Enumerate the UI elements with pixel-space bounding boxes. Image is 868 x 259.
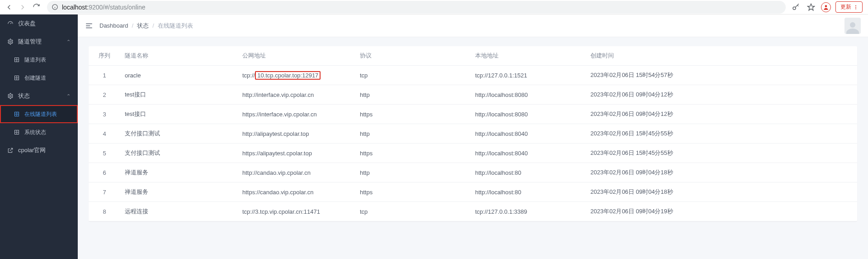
breadcrumb-item[interactable]: Dashboard: [99, 22, 128, 29]
svg-point-3: [793, 7, 796, 10]
back-button[interactable]: [3, 1, 15, 14]
chevron-up-icon: ⌃: [66, 39, 71, 45]
sidebar-item-tunnel-create[interactable]: 创建隧道: [0, 69, 78, 87]
sidebar-item-official-site[interactable]: cpolar官网: [0, 141, 78, 159]
address-bar[interactable]: localhost:9200/#/status/online: [47, 1, 786, 14]
url-path: /#/status/online: [103, 4, 145, 11]
cell-idx: 4: [89, 124, 120, 144]
site-info-icon[interactable]: [52, 4, 58, 10]
table-row: 7禅道服务https://candao.vip.cpolar.cnhttpsht…: [89, 182, 857, 202]
url-port: 9200: [89, 4, 103, 11]
svg-point-7: [855, 7, 856, 8]
cell-local-url[interactable]: http://localhost:8040: [471, 124, 586, 144]
cell-local-url[interactable]: tcp://127.0.0.1:1521: [471, 66, 586, 85]
cell-time: 2023年02月06日 09时04分18秒: [586, 182, 857, 202]
sidebar-item-label: 状态: [18, 92, 62, 100]
cell-local-url[interactable]: http://localhost:8040: [471, 144, 586, 163]
avatar[interactable]: [844, 18, 861, 34]
app-shell: 仪表盘 隧道管理 ⌃ 隧道列表 创建隧道 状态 ⌃: [0, 14, 868, 259]
cell-public-url[interactable]: http://candao.vip.cpolar.cn: [238, 163, 355, 182]
cell-idx: 3: [89, 105, 120, 124]
gear-icon: [7, 38, 14, 45]
sidebar-item-label: cpolar官网: [18, 146, 71, 154]
cell-local-url[interactable]: http://localhost:8080: [471, 85, 586, 105]
cell-name: 支付接口测试: [120, 144, 238, 163]
cell-local-url[interactable]: http://localhost:80: [471, 163, 586, 182]
sidebar-item-label: 创建隧道: [24, 74, 46, 82]
breadcrumb-item[interactable]: 状态: [137, 22, 149, 30]
grid-icon: [14, 57, 20, 62]
cell-name: test接口: [120, 85, 238, 105]
url-text: localhost:9200/#/status/online: [62, 4, 145, 11]
cell-time: 2023年02月06日 15时45分55秒: [586, 144, 857, 163]
sidebar-item-tunnel-list[interactable]: 隧道列表: [0, 51, 78, 69]
cell-idx: 5: [89, 144, 120, 163]
cell-local-url[interactable]: tcp://127.0.0.1:3389: [471, 202, 586, 221]
reload-button[interactable]: [30, 1, 42, 14]
breadcrumb-sep: /: [152, 22, 154, 29]
table-row: 1oracletcp://10.tcp.cpolar.top:12917tcpt…: [89, 66, 857, 85]
table-row: 2test接口http://interface.vip.cpolar.cnhtt…: [89, 85, 857, 105]
cell-idx: 8: [89, 202, 120, 221]
breadcrumb-sep: /: [132, 22, 134, 29]
cell-public-url[interactable]: http://interface.vip.cpolar.cn: [238, 85, 355, 105]
cell-public-url[interactable]: http://alipaytest.cpolar.top: [238, 124, 355, 144]
external-link-icon: [7, 147, 14, 153]
cell-idx: 7: [89, 182, 120, 202]
cell-name: test接口: [120, 105, 238, 124]
cell-public-url[interactable]: tcp://3.tcp.vip.cpolar.cn:11471: [238, 202, 355, 221]
cell-local-url[interactable]: http://localhost:80: [471, 182, 586, 202]
sidebar-item-status-online[interactable]: 在线隧道列表: [0, 105, 78, 123]
profile-avatar-icon[interactable]: [821, 2, 831, 12]
key-icon[interactable]: [790, 2, 801, 13]
svg-point-6: [855, 5, 856, 6]
cell-proto: tcp: [355, 202, 471, 221]
breadcrumb: Dashboard / 状态 / 在线隧道列表: [99, 22, 193, 30]
sidebar-item-dashboard[interactable]: 仪表盘: [0, 14, 78, 33]
table-row: 3test接口https://interface.vip.cpolar.cnht…: [89, 105, 857, 124]
gear-icon: [7, 93, 14, 99]
cell-idx: 6: [89, 163, 120, 182]
sidebar-item-tunnel-mgmt[interactable]: 隧道管理 ⌃: [0, 33, 78, 51]
sidebar-item-label: 仪表盘: [18, 19, 71, 28]
table-row: 5支付接口测试https://alipaytest.cpolar.tophttp…: [89, 144, 857, 163]
grid-icon: [14, 111, 20, 117]
cell-name: 禅道服务: [120, 182, 238, 202]
update-label: 更新: [840, 3, 851, 11]
tunnel-table: 序列 隧道名称 公网地址 协议 本地地址 创建时间 1oracletcp://1…: [89, 46, 857, 221]
chrome-right-cluster: 更新: [790, 1, 865, 13]
cell-idx: 1: [89, 66, 120, 85]
cell-public-url[interactable]: tcp://10.tcp.cpolar.top:12917: [238, 66, 355, 85]
menu-toggle-icon[interactable]: [85, 22, 93, 30]
svg-point-10: [9, 41, 11, 43]
cell-time: 2023年02月06日 09时04分12秒: [586, 105, 857, 124]
main-area: Dashboard / 状态 / 在线隧道列表 序列 隧道名称 公网地址 协议: [78, 14, 868, 259]
bookmark-star-icon[interactable]: [806, 2, 816, 13]
gauge-icon: [7, 20, 14, 27]
sidebar-item-status-system[interactable]: 系统状态: [0, 123, 78, 141]
breadcrumb-current: 在线隧道列表: [158, 22, 193, 30]
cell-local-url[interactable]: http://localhost:8080: [471, 105, 586, 124]
col-name: 隧道名称: [120, 46, 238, 66]
public-url-highlight: 10.tcp.cpolar.top:12917: [255, 71, 321, 80]
browser-update-button[interactable]: 更新: [835, 1, 863, 13]
topbar: Dashboard / 状态 / 在线隧道列表: [78, 14, 868, 37]
chevron-up-icon: ⌃: [66, 93, 71, 99]
cell-public-url[interactable]: https://candao.vip.cpolar.cn: [238, 182, 355, 202]
cell-proto: https: [355, 182, 471, 202]
cell-name: oracle: [120, 66, 238, 85]
col-local: 本地地址: [471, 46, 586, 66]
sidebar-item-status[interactable]: 状态 ⌃: [0, 87, 78, 105]
cell-proto: https: [355, 105, 471, 124]
cell-public-url[interactable]: https://interface.vip.cpolar.cn: [238, 105, 355, 124]
svg-point-5: [825, 5, 827, 7]
cell-proto: http: [355, 124, 471, 144]
col-time: 创建时间: [586, 46, 857, 66]
table-row: 4支付接口测试http://alipaytest.cpolar.tophttph…: [89, 124, 857, 144]
cell-proto: tcp: [355, 66, 471, 85]
table-row: 6禅道服务http://candao.vip.cpolar.cnhttphttp…: [89, 163, 857, 182]
cell-time: 2023年02月06日 15时45分55秒: [586, 124, 857, 144]
forward-button[interactable]: [16, 1, 29, 14]
cell-public-url[interactable]: https://alipaytest.cpolar.top: [238, 144, 355, 163]
cell-name: 远程连接: [120, 202, 238, 221]
